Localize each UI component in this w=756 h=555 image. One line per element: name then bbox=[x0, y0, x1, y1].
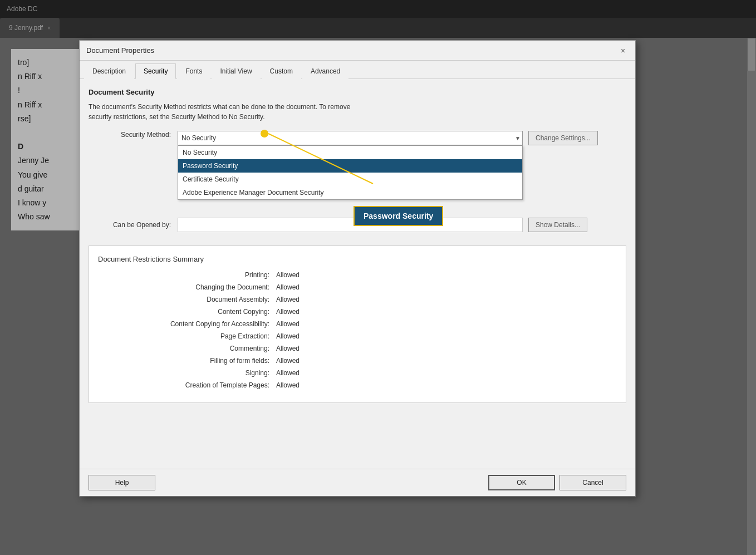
security-method-select[interactable]: No Security ▼ bbox=[178, 131, 523, 145]
tab-initial-view[interactable]: Initial View bbox=[212, 63, 260, 79]
restriction-label-accessibility: Content Copying for Accessibility: bbox=[98, 320, 276, 328]
restriction-label-signing: Signing: bbox=[98, 369, 276, 377]
restriction-label-assembly: Document Assembly: bbox=[98, 296, 276, 303]
dialog-body: Document Security The document's Securit… bbox=[80, 79, 635, 469]
change-settings-button[interactable]: Change Settings... bbox=[528, 131, 598, 145]
dialog-title-bar: Document Properties × bbox=[80, 41, 635, 61]
restriction-label-content-copying: Content Copying: bbox=[98, 308, 276, 316]
restriction-value-commenting: Allowed bbox=[276, 345, 300, 352]
tab-security[interactable]: Security bbox=[135, 63, 176, 79]
restriction-row-extraction: Page Extraction: Allowed bbox=[98, 332, 617, 340]
restriction-label-changing: Changing the Document: bbox=[98, 283, 276, 291]
section-title: Document Security bbox=[89, 88, 626, 96]
security-method-value: No Security bbox=[181, 134, 216, 142]
restriction-value-signing: Allowed bbox=[276, 369, 300, 377]
restriction-row-template: Creation of Template Pages: Allowed bbox=[98, 381, 617, 389]
dropdown-option-adobe-experience[interactable]: Adobe Experience Manager Document Securi… bbox=[178, 186, 522, 199]
dropdown-option-password-security[interactable]: Password Security bbox=[178, 159, 522, 173]
dialog-title: Document Properties bbox=[86, 46, 154, 55]
document-properties-dialog: Document Properties × Description Securi… bbox=[79, 40, 636, 497]
tab-custom[interactable]: Custom bbox=[262, 63, 301, 79]
restriction-label-printing: Printing: bbox=[98, 271, 276, 279]
show-details-button[interactable]: Show Details... bbox=[528, 218, 587, 232]
restriction-value-printing: Allowed bbox=[276, 271, 300, 279]
restriction-row-commenting: Commenting: Allowed bbox=[98, 345, 617, 352]
tab-fonts[interactable]: Fonts bbox=[177, 63, 210, 79]
dialog-footer: Help OK Cancel bbox=[80, 469, 635, 496]
security-method-row: Security Method: No Security ▼ No Securi… bbox=[89, 131, 626, 145]
restriction-label-template: Creation of Template Pages: bbox=[98, 381, 276, 389]
security-dropdown-list[interactable]: No Security Password Security Certificat… bbox=[178, 145, 523, 200]
restriction-row-accessibility: Content Copying for Accessibility: Allow… bbox=[98, 320, 617, 328]
tab-description[interactable]: Description bbox=[84, 63, 134, 79]
ok-button[interactable]: OK bbox=[488, 475, 555, 490]
section-description: The document's Security Method restricts… bbox=[89, 102, 626, 122]
restriction-label-extraction: Page Extraction: bbox=[98, 332, 276, 340]
help-button[interactable]: Help bbox=[89, 475, 155, 490]
dialog-close-button[interactable]: × bbox=[617, 45, 629, 56]
restriction-value-template: Allowed bbox=[276, 381, 300, 389]
restriction-row-changing: Changing the Document: Allowed bbox=[98, 283, 617, 291]
restriction-value-assembly: Allowed bbox=[276, 296, 300, 303]
restriction-row-signing: Signing: Allowed bbox=[98, 369, 617, 377]
callout-label: Password Security bbox=[364, 212, 433, 220]
can-be-opened-label: Can be Opened by: bbox=[89, 221, 178, 229]
callout-container: Password Security bbox=[354, 206, 443, 226]
cancel-button[interactable]: Cancel bbox=[559, 475, 626, 490]
restriction-section: Document Restrictions Summary Printing: … bbox=[89, 245, 626, 403]
restriction-row-printing: Printing: Allowed bbox=[98, 271, 617, 279]
restriction-value-accessibility: Allowed bbox=[276, 320, 300, 328]
dropdown-option-no-security[interactable]: No Security bbox=[178, 146, 522, 159]
security-method-label: Security Method: bbox=[89, 131, 178, 139]
can-be-opened-value bbox=[178, 218, 523, 232]
security-method-select-wrapper: No Security ▼ No Security Password Secur… bbox=[178, 131, 523, 145]
callout-box: Password Security bbox=[354, 206, 443, 226]
restriction-row-assembly: Document Assembly: Allowed bbox=[98, 296, 617, 303]
restriction-label-form-fields: Filling of form fields: bbox=[98, 357, 276, 365]
restriction-section-title: Document Restrictions Summary bbox=[98, 255, 617, 263]
dropdown-arrow-icon: ▼ bbox=[515, 135, 521, 141]
restriction-value-content-copying: Allowed bbox=[276, 308, 300, 316]
restriction-label-commenting: Commenting: bbox=[98, 345, 276, 352]
restriction-row-content-copying: Content Copying: Allowed bbox=[98, 308, 617, 316]
tab-advanced[interactable]: Advanced bbox=[302, 63, 348, 79]
restriction-value-extraction: Allowed bbox=[276, 332, 300, 340]
restriction-row-form-fields: Filling of form fields: Allowed bbox=[98, 357, 617, 365]
restriction-value-changing: Allowed bbox=[276, 283, 300, 291]
restriction-value-form-fields: Allowed bbox=[276, 357, 300, 365]
dropdown-option-certificate-security[interactable]: Certificate Security bbox=[178, 173, 522, 186]
dialog-tabs: Description Security Fonts Initial View … bbox=[80, 61, 635, 79]
